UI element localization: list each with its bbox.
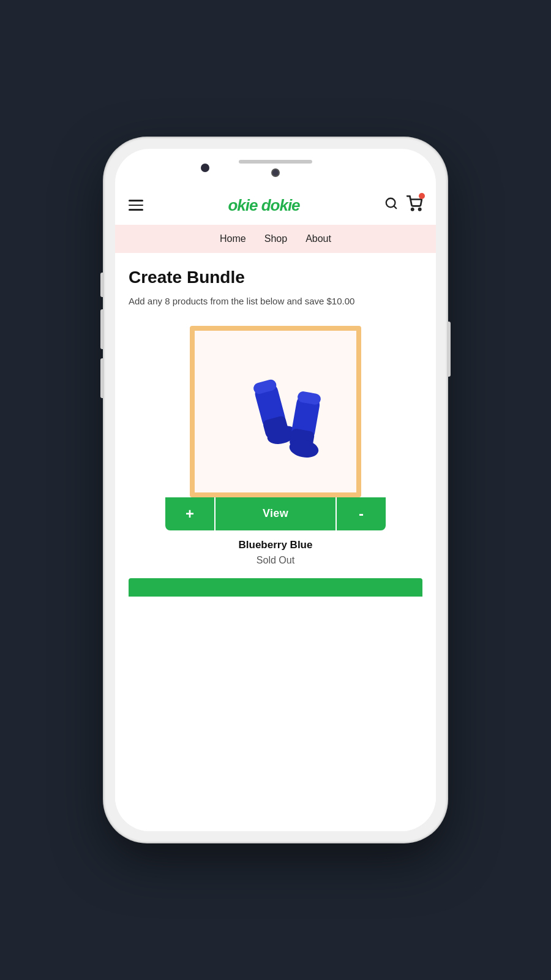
- app-header: okie dokie: [115, 186, 436, 225]
- socks-illustration: [227, 363, 324, 461]
- hamburger-menu-button[interactable]: [129, 200, 143, 211]
- page-title: Create Bundle: [129, 268, 422, 287]
- hamburger-line-3: [129, 209, 143, 211]
- power-button: [447, 322, 451, 377]
- product-card: + View - Blueberry Blue Sold Out: [129, 326, 422, 597]
- page-subtitle: Add any 8 products from the list below a…: [129, 295, 422, 309]
- cart-badge: [419, 193, 425, 199]
- front-camera: [201, 164, 209, 172]
- phone-notch: [239, 160, 312, 177]
- nav-bar: Home Shop About: [115, 225, 436, 253]
- hamburger-line-1: [129, 200, 143, 202]
- phone-screen: okie dokie: [115, 149, 436, 831]
- svg-line-1: [394, 206, 396, 208]
- add-to-bundle-button[interactable]: +: [165, 497, 214, 530]
- next-product-peek: [129, 578, 422, 597]
- volume-down-button: [100, 358, 104, 398]
- view-product-button[interactable]: View: [216, 497, 335, 530]
- product-status: Sold Out: [257, 555, 294, 566]
- logo: okie dokie: [228, 196, 299, 215]
- product-name: Blueberry Blue: [239, 539, 313, 551]
- product-image: [190, 326, 361, 497]
- phone-camera: [271, 168, 280, 177]
- main-content: Create Bundle Add any 8 products from th…: [115, 253, 436, 611]
- cart-button[interactable]: [407, 195, 422, 215]
- svg-point-2: [411, 208, 413, 210]
- phone-frame: okie dokie: [104, 138, 447, 842]
- nav-item-home[interactable]: Home: [220, 233, 246, 244]
- header-icons: [384, 195, 422, 215]
- nav-item-shop[interactable]: Shop: [264, 233, 287, 244]
- svg-point-3: [419, 208, 421, 210]
- volume-up-button: [100, 309, 104, 349]
- hamburger-line-2: [129, 205, 143, 206]
- search-button[interactable]: [384, 197, 398, 214]
- remove-from-bundle-button[interactable]: -: [337, 497, 386, 530]
- product-buttons: + View -: [165, 497, 386, 530]
- nav-item-about[interactable]: About: [305, 233, 331, 244]
- app-screen: okie dokie: [115, 186, 436, 831]
- search-icon: [384, 197, 398, 210]
- volume-toggle-button: [100, 273, 104, 297]
- phone-speaker: [239, 160, 312, 164]
